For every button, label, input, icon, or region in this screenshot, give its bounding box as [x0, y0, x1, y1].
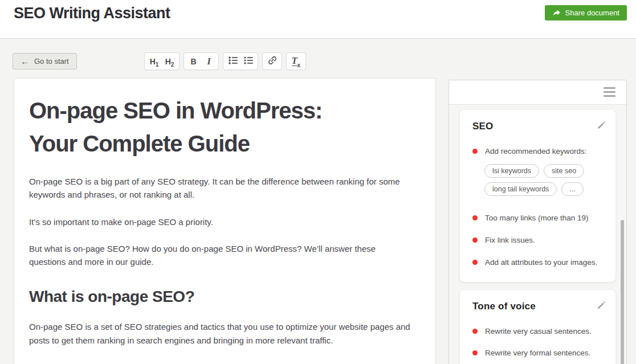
document-paragraph[interactable]: But what is on-page SEO? How do you do o…	[29, 242, 411, 269]
document-paragraph[interactable]: On-page SEO is a set of SEO strategies a…	[29, 320, 411, 347]
go-to-start-button[interactable]: ← Go to start	[13, 53, 77, 69]
issue-dot	[472, 149, 478, 154]
page-title: SEO Writing Assistant	[14, 5, 170, 22]
link-button[interactable]	[264, 54, 280, 69]
issue-dot	[472, 329, 478, 334]
issue-text: Add recommended keywords:	[485, 147, 587, 157]
issue-text: Add alt attributes to your images.	[485, 258, 597, 268]
seo-issue-row: Fix link issues.	[472, 236, 604, 246]
document-paragraph[interactable]: It’s so important to make on-page SEO a …	[29, 215, 411, 228]
italic-button[interactable]: I	[201, 54, 217, 69]
more-keywords-pill[interactable]: ...	[561, 182, 583, 196]
sidebar-scrollbar-thumb[interactable]	[621, 220, 624, 364]
heading2-button[interactable]: H2	[162, 54, 177, 69]
seo-issue-row: Too many links (more than 19)	[472, 214, 604, 223]
keyword-pill: site seo	[544, 164, 584, 178]
clear-format-group: Tx	[286, 52, 306, 70]
document-paragraph[interactable]: On-page SEO best practices include:	[29, 361, 411, 364]
seo-card-title: SEO	[472, 121, 604, 132]
bullet-list-button[interactable]	[240, 54, 256, 69]
issue-dot	[472, 350, 478, 355]
bold-italic-group: B I	[184, 52, 219, 70]
heading-buttons-group: H1 H2	[144, 52, 180, 70]
format-button-groups: H1 H2 B I Tx	[144, 52, 306, 70]
document-paragraph[interactable]: On-page SEO is a big part of any SEO str…	[29, 175, 411, 202]
keyword-pill: lsi keywords	[484, 164, 539, 178]
share-icon	[552, 9, 561, 17]
link-icon	[268, 56, 277, 67]
pencil-icon	[596, 124, 606, 132]
seo-card: SEO Add recommended keywords: lsi keywor…	[460, 110, 615, 282]
tone-of-voice-card: Tone of voice Rewrite very casual senten…	[460, 290, 615, 364]
tone-issue-row: Rewrite very formal sentences.	[472, 349, 604, 358]
issue-dot	[472, 260, 478, 265]
menu-icon[interactable]	[604, 87, 615, 99]
bullet-list-icon	[244, 56, 253, 66]
tone-card-title: Tone of voice	[472, 301, 604, 312]
recommendations-sidebar: SEO Add recommended keywords: lsi keywor…	[449, 80, 627, 364]
document-title[interactable]: On-page SEO in WordPress: Your Complete …	[29, 94, 371, 160]
heading1-button[interactable]: H1	[146, 54, 162, 69]
app-header: SEO Writing Assistant Share document	[0, 0, 636, 39]
edit-seo-button[interactable]	[596, 121, 606, 132]
sidebar-content: SEO Add recommended keywords: lsi keywor…	[449, 105, 626, 364]
ordered-list-icon	[229, 56, 238, 66]
link-button-group	[262, 52, 282, 70]
issue-text: Rewrite very formal sentences.	[485, 349, 590, 358]
issue-dot	[472, 238, 478, 243]
pencil-icon	[596, 304, 606, 312]
ordered-list-button[interactable]	[225, 54, 240, 69]
sidebar-header	[449, 80, 626, 105]
keyword-pill: long tail keywords	[484, 182, 557, 196]
editor-toolbar: ← Go to start H1 H2 B I Tx	[13, 52, 627, 70]
seo-issue-row: Add alt attributes to your images.	[472, 258, 604, 268]
issue-text: Too many links (more than 19)	[485, 214, 589, 223]
left-arrow-icon: ←	[21, 57, 29, 66]
document-heading[interactable]: What is on-page SEO?	[29, 288, 413, 306]
recommended-keywords: lsi keywords site seo long tail keywords…	[484, 164, 604, 196]
issue-text: Fix link issues.	[485, 236, 535, 246]
list-buttons-group	[223, 52, 258, 70]
issue-text: Rewrite very casual sentences.	[485, 327, 592, 337]
share-document-button[interactable]: Share document	[545, 5, 627, 21]
edit-tone-button[interactable]	[596, 301, 606, 312]
document-editor[interactable]: On-page SEO in WordPress: Your Complete …	[14, 78, 436, 364]
bold-button[interactable]: B	[186, 54, 201, 69]
clear-formatting-button[interactable]: Tx	[288, 54, 304, 69]
tone-issue-row: Rewrite very casual sentences.	[472, 327, 604, 337]
go-to-start-label: Go to start	[34, 57, 69, 66]
seo-issue-row: Add recommended keywords:	[472, 147, 604, 157]
share-button-label: Share document	[565, 9, 619, 17]
issue-dot	[472, 215, 478, 220]
